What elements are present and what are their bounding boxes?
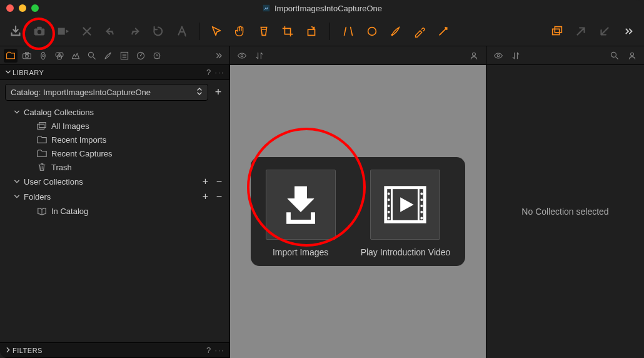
exposure-tool[interactable]	[254, 22, 273, 41]
svg-rect-8	[555, 26, 561, 32]
chevron-down-icon	[14, 108, 20, 117]
arrow-up-button[interactable]	[571, 22, 590, 41]
help-icon[interactable]: ?	[206, 345, 211, 355]
toolbar-separator	[199, 23, 199, 40]
window-title: ImportImagesIntoCaptureOne	[0, 4, 644, 13]
lens-tab[interactable]	[36, 49, 50, 63]
svg-rect-10	[26, 52, 29, 53]
metadata-tab[interactable]	[118, 49, 131, 63]
gradient-tool[interactable]	[434, 22, 453, 41]
stack-icon	[36, 121, 48, 131]
tabs-overflow[interactable]	[212, 49, 226, 63]
book-icon	[36, 206, 48, 216]
help-icon[interactable]: ?	[206, 68, 211, 77]
svg-point-17	[88, 52, 93, 57]
tree-item-trash[interactable]: Trash	[0, 160, 229, 174]
chevron-down-icon	[14, 177, 20, 187]
catalog-row: Catalog: ImportImagesIntoCaptureOne +	[0, 80, 229, 105]
tree-item-all-images[interactable]: All Images	[0, 119, 229, 133]
variants-button[interactable]	[548, 22, 566, 41]
undo-button[interactable]	[101, 22, 120, 41]
output-tab[interactable]	[134, 49, 148, 63]
svg-rect-29	[38, 124, 44, 129]
eyedropper-tool[interactable]	[410, 22, 429, 41]
import-button[interactable]	[6, 22, 25, 41]
capture-tab[interactable]	[20, 49, 34, 63]
close-window-button[interactable]	[6, 4, 14, 12]
details-tab[interactable]	[85, 49, 99, 63]
sidebar: LIBRARY ? ··· Catalog: ImportImagesIntoC…	[0, 65, 230, 358]
sort-icon[interactable]	[509, 49, 523, 63]
auto-adjust-button[interactable]	[173, 22, 191, 41]
tree-group-folders[interactable]: Folders + −	[0, 189, 229, 204]
more-icon[interactable]: ···	[215, 69, 224, 76]
svg-point-28	[631, 53, 634, 56]
search-icon[interactable]	[608, 49, 621, 63]
tree-group-user-collections[interactable]: User Collections + −	[0, 174, 229, 189]
catalog-prefix: Catalog:	[11, 88, 43, 97]
capture-button[interactable]	[30, 22, 49, 41]
styles-tab[interactable]	[101, 49, 115, 63]
tree-item-recent-captures[interactable]: Recent Captures	[0, 146, 229, 160]
pan-tool[interactable]	[231, 22, 249, 41]
video-icon	[370, 170, 440, 240]
import-images-tile[interactable]: Import Images	[266, 170, 336, 257]
svg-rect-2	[37, 26, 41, 29]
folder-icon	[36, 135, 48, 145]
maximize-window-button[interactable]	[31, 4, 39, 12]
export-button[interactable]	[54, 22, 73, 41]
import-images-label: Import Images	[273, 247, 328, 257]
catalog-name: ImportImagesIntoCaptureOne	[43, 88, 151, 97]
titlebar: ImportImagesIntoCaptureOne	[0, 0, 644, 16]
delete-button[interactable]	[78, 22, 96, 41]
svg-marker-35	[401, 197, 414, 212]
user-icon[interactable]	[467, 49, 481, 63]
library-label: LIBRARY	[13, 69, 206, 76]
svg-point-25	[473, 53, 476, 56]
color-tab[interactable]	[53, 49, 66, 63]
welcome-card: Import Images Play Introduction Video	[251, 157, 466, 266]
brush-tool[interactable]	[386, 22, 405, 41]
app-icon	[262, 4, 271, 13]
viewer-top-controls	[230, 46, 486, 64]
eye-icon[interactable]	[491, 49, 505, 63]
user-icon[interactable]	[625, 49, 639, 63]
tree-item-recent-imports[interactable]: Recent Imports	[0, 133, 229, 146]
eye-icon[interactable]	[235, 49, 249, 63]
plus-minus-controls[interactable]: + −	[203, 176, 224, 187]
library-tab[interactable]	[4, 49, 18, 63]
catalog-select[interactable]: Catalog: ImportImagesIntoCaptureOne	[5, 84, 208, 101]
tool-tabs	[0, 46, 230, 64]
svg-rect-7	[553, 29, 560, 34]
filters-label: FILTERS	[13, 347, 206, 354]
redo-button[interactable]	[125, 22, 144, 41]
library-section-header[interactable]: LIBRARY ? ···	[0, 65, 229, 80]
exposure-tab[interactable]	[69, 49, 83, 63]
rotate-tool[interactable]	[302, 22, 321, 41]
filters-section-header[interactable]: FILTERS ? ···	[0, 342, 229, 358]
svg-point-26	[497, 54, 500, 57]
svg-point-23	[156, 55, 158, 56]
arrow-down-button[interactable]	[595, 22, 614, 41]
cursor-tool[interactable]	[207, 22, 226, 41]
tree-item-in-catalog[interactable]: In Catalog	[0, 204, 229, 218]
tree-item-label: Recent Captures	[51, 149, 224, 158]
toolbar-separator	[330, 23, 330, 40]
add-catalog-button[interactable]: +	[212, 86, 224, 99]
keystone-tool[interactable]	[339, 22, 358, 41]
reset-button[interactable]	[149, 22, 168, 41]
spot-tool[interactable]	[363, 22, 381, 41]
crop-tool[interactable]	[278, 22, 297, 41]
minimize-window-button[interactable]	[19, 4, 26, 12]
tree-group-catalog-collections[interactable]: Catalog Collections	[0, 106, 229, 119]
more-icon[interactable]: ···	[215, 347, 224, 354]
folder-icon	[36, 148, 48, 158]
overflow-button[interactable]	[619, 22, 638, 41]
sort-icon[interactable]	[253, 49, 266, 63]
adjustments-tab[interactable]	[150, 49, 164, 63]
intro-video-tile[interactable]: Play Introduction Video	[361, 170, 451, 257]
tool-tabs-strip	[0, 46, 644, 65]
browser-top-controls	[486, 46, 644, 64]
chevron-down-icon	[14, 192, 20, 202]
plus-minus-controls[interactable]: + −	[203, 191, 224, 202]
